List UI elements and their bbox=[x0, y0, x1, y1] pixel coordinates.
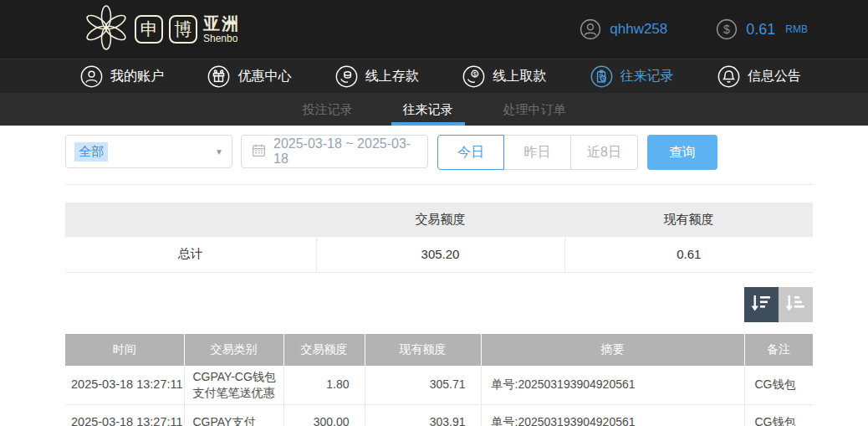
tab-transaction-records[interactable]: 往来记录 bbox=[396, 93, 460, 126]
topbar: 申 博 亚洲 Shenbo qhhw258 $ 0.61 RMB bbox=[0, 0, 868, 59]
category-select[interactable]: 全部 ▼ bbox=[65, 135, 232, 168]
nav-item-promotions[interactable]: 优惠中心 bbox=[207, 65, 291, 88]
logo-char-box: 博 bbox=[169, 15, 197, 44]
deposit-icon bbox=[335, 65, 358, 88]
table-row: 2025-03-18 13:27:11 CGPAY支付 300.00 303.9… bbox=[65, 404, 813, 426]
logo-char-box: 申 bbox=[135, 15, 163, 44]
cell-note: CG钱包 bbox=[744, 404, 813, 426]
summary-header-row: 交易额度 现有额度 bbox=[65, 203, 813, 237]
date-range-input[interactable]: 2025-03-18 ~ 2025-03-18 bbox=[241, 135, 428, 168]
summary-transaction-total: 305.20 bbox=[316, 237, 564, 272]
cell-amount: 1.80 bbox=[283, 366, 365, 405]
nav-item-withdraw[interactable]: $ 线上取款 bbox=[462, 65, 546, 88]
brand-logo[interactable]: 申 博 亚洲 Shenbo bbox=[84, 5, 240, 54]
main-navigation: 我的账户 优惠中心 线上存款 $ bbox=[0, 59, 868, 93]
bell-icon bbox=[717, 65, 740, 88]
summary-total-label: 总计 bbox=[65, 237, 316, 272]
user-icon bbox=[80, 65, 103, 88]
col-header-amount: 交易额度 bbox=[283, 334, 365, 366]
flower-logo-icon bbox=[84, 5, 129, 54]
cell-summary: 单号:202503193904920561 bbox=[481, 366, 744, 405]
summary-total-row: 总计 305.20 0.61 bbox=[65, 237, 813, 272]
nav-item-announcements[interactable]: 信息公告 bbox=[717, 65, 801, 88]
svg-text:$: $ bbox=[723, 23, 730, 36]
today-button[interactable]: 今日 bbox=[437, 135, 504, 170]
yesterday-button[interactable]: 昨日 bbox=[504, 135, 571, 170]
nav-item-my-account[interactable]: 我的账户 bbox=[80, 65, 164, 88]
balance-amount: 0.61 bbox=[746, 21, 775, 38]
summary-header-transaction: 交易额度 bbox=[316, 203, 564, 237]
col-header-type: 交易类别 bbox=[184, 334, 283, 366]
category-select-value: 全部 bbox=[74, 142, 108, 162]
cell-time: 2025-03-18 13:27:11 bbox=[65, 404, 184, 426]
cell-balance: 303.91 bbox=[365, 404, 481, 426]
summary-header-empty bbox=[65, 203, 316, 237]
summary-balance-total: 0.61 bbox=[564, 237, 813, 272]
col-header-note: 备注 bbox=[744, 334, 813, 366]
sort-descending-button[interactable] bbox=[744, 287, 779, 322]
sort-controls bbox=[65, 287, 813, 322]
col-header-summary: 摘要 bbox=[481, 334, 744, 366]
query-button[interactable]: 查询 bbox=[647, 135, 717, 170]
nav-item-deposit[interactable]: 线上存款 bbox=[335, 65, 419, 88]
filter-row: 全部 ▼ 2025-03-18 ~ 2025-03-18 今日 昨日 近8日 查… bbox=[65, 135, 813, 170]
cell-note: CG钱包 bbox=[744, 366, 813, 405]
quick-date-group: 今日 昨日 近8日 bbox=[437, 135, 638, 170]
calendar-icon bbox=[252, 143, 266, 161]
cell-time: 2025-03-18 13:27:11 bbox=[65, 366, 184, 405]
tab-betting-records[interactable]: 投注记录 bbox=[296, 93, 360, 126]
svg-text:$: $ bbox=[473, 69, 477, 77]
records-table: 时间 交易类别 交易额度 现有额度 摘要 备注 2025-03-18 13:27… bbox=[65, 334, 813, 426]
balance-currency: RMB bbox=[785, 23, 808, 35]
main-content: 全部 ▼ 2025-03-18 ~ 2025-03-18 今日 昨日 近8日 查… bbox=[0, 135, 868, 426]
sort-ascending-button[interactable] bbox=[779, 287, 813, 322]
topbar-user-area: qhhw258 $ 0.61 RMB bbox=[580, 18, 808, 40]
sort-descending-icon bbox=[751, 292, 773, 316]
chevron-down-icon: ▼ bbox=[215, 147, 223, 157]
tab-processing-orders[interactable]: 处理中订单 bbox=[497, 93, 573, 126]
table-row: 2025-03-18 13:27:11 CGPAY-CG钱包支付笔笔送优惠 1.… bbox=[65, 366, 813, 405]
user-avatar-icon bbox=[580, 18, 601, 40]
records-header-row: 时间 交易类别 交易额度 现有额度 摘要 备注 bbox=[65, 334, 813, 366]
dollar-icon: $ bbox=[716, 18, 738, 40]
cell-type: CGPAY支付 bbox=[184, 404, 283, 426]
sub-navigation: 投注记录 往来记录 处理中订单 bbox=[0, 93, 868, 126]
username[interactable]: qhhw258 bbox=[610, 21, 667, 38]
cell-summary: 单号:202503193904920561 bbox=[481, 404, 744, 426]
nav-item-transaction-records[interactable]: 往来记录 bbox=[590, 65, 674, 88]
section-divider bbox=[65, 184, 813, 185]
col-header-time: 时间 bbox=[65, 334, 184, 366]
col-header-balance: 现有额度 bbox=[365, 334, 481, 366]
summary-header-balance: 现有额度 bbox=[564, 203, 813, 237]
cell-balance: 305.71 bbox=[365, 366, 481, 405]
sort-ascending-icon bbox=[785, 292, 807, 316]
logo-wordmark: 亚洲 Shenbo bbox=[203, 15, 240, 44]
summary-table: 交易额度 现有额度 总计 305.20 0.61 bbox=[65, 203, 813, 273]
gift-icon bbox=[207, 65, 230, 88]
withdraw-icon: $ bbox=[462, 65, 485, 88]
last-8-days-button[interactable]: 近8日 bbox=[571, 135, 638, 170]
records-icon bbox=[590, 65, 613, 88]
cell-type: CGPAY-CG钱包支付笔笔送优惠 bbox=[184, 366, 283, 405]
cell-amount: 300.00 bbox=[283, 404, 365, 426]
date-range-value: 2025-03-18 ~ 2025-03-18 bbox=[273, 136, 417, 167]
